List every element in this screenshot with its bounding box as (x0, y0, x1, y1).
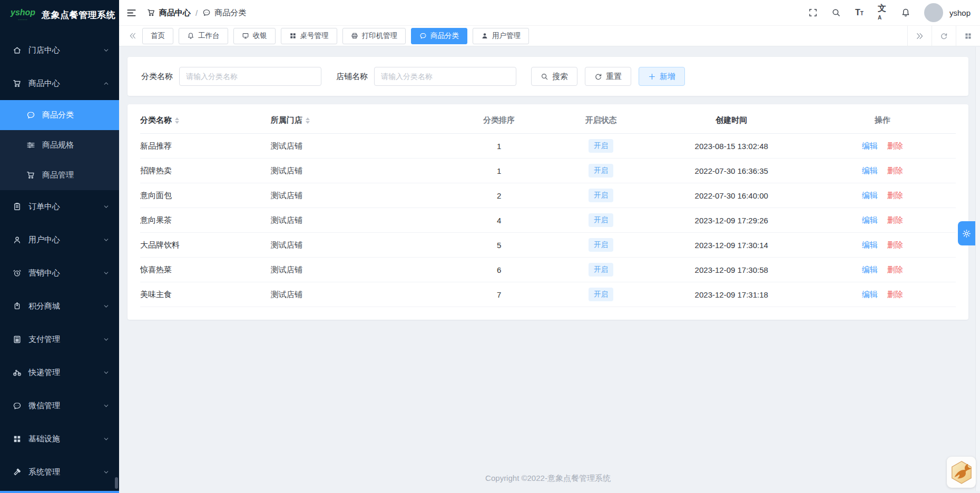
tab-用户管理[interactable]: 用户管理 (473, 28, 529, 44)
yshop-logo: yshop------ (11, 8, 35, 21)
sidebar-item-label: 商品中心 (28, 78, 96, 88)
vertical-scrollbar-track[interactable] (975, 47, 980, 491)
cell-actions: 编辑删除 (809, 290, 956, 300)
extension-badge[interactable] (947, 457, 976, 488)
delete-link[interactable]: 删除 (887, 215, 903, 224)
edit-link[interactable]: 编辑 (862, 141, 878, 150)
reset-button[interactable]: 重置 (585, 67, 631, 86)
tabs-scroll-left-button[interactable] (123, 26, 142, 46)
tab-收银[interactable]: 收银 (233, 28, 276, 44)
edit-link[interactable]: 编辑 (862, 265, 878, 274)
cell-created-time: 2023-12-09 17:30:14 (654, 241, 809, 250)
edit-link[interactable]: 编辑 (862, 166, 878, 175)
app-title: 意象点餐管理系统 (42, 9, 115, 21)
chevron-down-icon (103, 369, 110, 376)
sidebar-item-快递管理[interactable]: 快递管理 (0, 356, 119, 389)
store-filter-group: 店铺名称 (336, 67, 516, 86)
chevron-up-icon (103, 80, 110, 87)
delete-link[interactable]: 删除 (887, 166, 903, 175)
tabbar-tool-grid-button[interactable] (956, 26, 980, 46)
user-menu[interactable]: yshop (924, 3, 971, 22)
tabbar-tool-double-right-button[interactable] (907, 26, 932, 46)
sidebar-item-label: 支付管理 (28, 334, 96, 344)
edit-link[interactable]: 编辑 (862, 240, 878, 249)
cell-sort: 4 (450, 216, 548, 225)
edit-link[interactable]: 编辑 (862, 215, 878, 224)
printer-icon (351, 32, 358, 40)
cell-created-time: 2022-07-30 16:40:00 (654, 191, 809, 200)
edit-link[interactable]: 编辑 (862, 290, 878, 299)
cell-sort: 1 (450, 142, 548, 151)
sidebar-scrollbar-thumb[interactable] (115, 477, 118, 489)
table-row-新品推荐: 新品推荐测试店铺1开启2023-08-15 13:02:48编辑删除 (140, 134, 956, 159)
cell-category-name: 招牌热卖 (140, 166, 271, 176)
user-name: yshop (949, 8, 971, 17)
tab-工作台[interactable]: 工作台 (179, 28, 228, 44)
horizontal-scrollbar-thumb[interactable] (0, 491, 119, 493)
font-size-icon[interactable]: TT (855, 8, 864, 17)
column-header-分类名称[interactable]: 分类名称 (140, 115, 271, 125)
delete-link[interactable]: 删除 (887, 240, 903, 249)
bell-icon[interactable] (901, 8, 910, 17)
column-header-所属门店[interactable]: 所属门店 (271, 115, 450, 125)
tab-商品分类[interactable]: 商品分类 (411, 28, 467, 44)
search-icon[interactable] (831, 8, 841, 17)
cell-actions: 编辑删除 (809, 166, 956, 176)
column-header-创建时间: 创建时间 (654, 115, 809, 125)
user-icon (13, 235, 22, 244)
sidebar-item-支付管理[interactable]: 支付管理 (0, 323, 119, 356)
sidebar-menu: 门店中心商品中心商品分类商品规格商品管理订单中心用户中心营销中心积分商城支付管理… (0, 34, 119, 489)
sort-carets-icon[interactable] (175, 117, 179, 124)
breadcrumb-parent[interactable]: 商品中心 (147, 8, 191, 18)
tab-首页[interactable]: 首页 (142, 28, 173, 44)
sidebar-subitem-商品分类[interactable]: 商品分类 (0, 100, 119, 130)
translate-icon[interactable]: 文A (878, 8, 887, 17)
refresh-icon (940, 32, 948, 40)
delete-link[interactable]: 删除 (887, 141, 903, 150)
sidebar-item-用户中心[interactable]: 用户中心 (0, 223, 119, 257)
grid-icon (289, 32, 297, 40)
column-header-操作: 操作 (809, 115, 956, 125)
tab-打印机管理[interactable]: 打印机管理 (342, 28, 406, 44)
double-left-icon (129, 32, 136, 40)
avatar (924, 3, 943, 22)
add-button[interactable]: 新增 (639, 67, 685, 86)
delete-link[interactable]: 删除 (887, 191, 903, 200)
app-logo[interactable]: yshop------ 意象点餐管理系统 (0, 0, 119, 29)
category-filter-group: 分类名称 (141, 67, 321, 86)
sidebar-subitem-商品规格[interactable]: 商品规格 (0, 130, 119, 160)
status-badge: 开启 (589, 263, 613, 277)
search-button[interactable]: 搜索 (531, 67, 577, 86)
delete-link[interactable]: 删除 (887, 265, 903, 274)
store-name-input[interactable] (374, 67, 516, 86)
tab-桌号管理[interactable]: 桌号管理 (281, 28, 337, 44)
grid-icon (964, 32, 972, 40)
tab-label: 收银 (253, 31, 267, 41)
sidebar-item-订单中心[interactable]: 订单中心 (0, 190, 119, 223)
delete-link[interactable]: 删除 (887, 290, 903, 299)
sidebar-subitem-商品管理[interactable]: 商品管理 (0, 160, 119, 190)
category-name-input[interactable] (179, 67, 321, 86)
hamburger-icon[interactable] (126, 8, 136, 18)
sidebar-item-基础设施[interactable]: 基础设施 (0, 422, 119, 456)
tab-label: 打印机管理 (362, 31, 398, 41)
chevron-down-icon (103, 236, 110, 243)
cell-store: 测试店铺 (271, 215, 450, 225)
tabbar: 首页工作台收银桌号管理打印机管理商品分类用户管理 (119, 25, 980, 46)
tabbar-tool-refresh-button[interactable] (932, 26, 956, 46)
sidebar-item-积分商城[interactable]: 积分商城 (0, 290, 119, 323)
sidebar-item-营销中心[interactable]: 营销中心 (0, 257, 119, 290)
settings-fab-button[interactable] (958, 221, 975, 245)
sidebar-item-门店中心[interactable]: 门店中心 (0, 34, 119, 67)
cell-store: 测试店铺 (271, 141, 450, 151)
edit-link[interactable]: 编辑 (862, 191, 878, 200)
sidebar-item-系统管理[interactable]: 系统管理 (0, 456, 119, 489)
sort-carets-icon[interactable] (306, 117, 310, 124)
sidebar-item-商品中心[interactable]: 商品中心 (0, 67, 119, 100)
column-header-分类排序: 分类排序 (450, 115, 548, 125)
sidebar-item-微信管理[interactable]: 微信管理 (0, 389, 119, 422)
fullscreen-icon[interactable] (808, 8, 818, 17)
table-row-招牌热卖: 招牌热卖测试店铺1开启2022-07-30 16:36:35编辑删除 (140, 159, 956, 183)
sidebar-subitem-label: 商品分类 (42, 110, 74, 120)
status-badge: 开启 (589, 288, 613, 301)
